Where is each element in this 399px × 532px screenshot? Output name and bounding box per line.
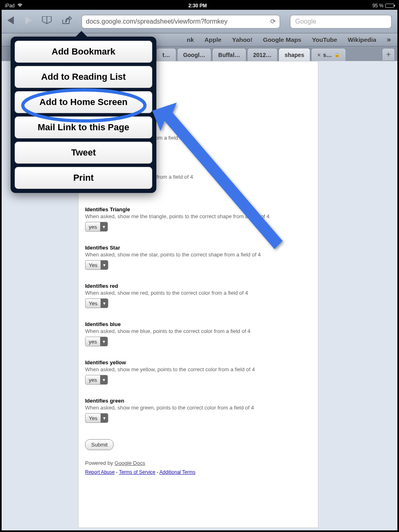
- tweet-button[interactable]: Tweet: [15, 142, 152, 164]
- field-label: Identifies yellow: [85, 359, 311, 366]
- share-popover: Add Bookmark Add to Reading List Add to …: [11, 37, 156, 193]
- add-home-screen-button[interactable]: Add to Home Screen: [15, 91, 152, 113]
- bookmark-item[interactable]: YouTube: [312, 36, 337, 43]
- url-bar[interactable]: docs.google.com/spreadsheet/viewform?for…: [81, 15, 280, 28]
- lock-icon: 🔒: [334, 52, 340, 57]
- mail-link-button[interactable]: Mail Link to this Page: [15, 116, 152, 138]
- select-value: yes: [86, 339, 100, 345]
- new-tab-button[interactable]: +: [382, 48, 395, 61]
- additional-terms-link[interactable]: Additional Terms: [160, 469, 196, 475]
- select-value: yes: [86, 224, 100, 230]
- field-desc: When asked, show me the star, points to …: [85, 252, 311, 258]
- status-bar: iPad 2:30 PM 95 %: [2, 2, 397, 10]
- print-button[interactable]: Print: [15, 167, 152, 189]
- select-field[interactable]: yes▼: [85, 337, 108, 346]
- search-placeholder: Google: [295, 18, 316, 25]
- tos-link[interactable]: Terms of Service: [119, 469, 155, 475]
- submit-button[interactable]: Submit: [85, 439, 114, 450]
- chevron-down-icon: ▼: [101, 414, 108, 423]
- field-label: Identifies red: [85, 283, 311, 289]
- google-docs-link[interactable]: Google Docs: [114, 460, 145, 466]
- tab[interactable]: t…: [156, 48, 176, 61]
- bookmark-more-icon[interactable]: »: [387, 35, 391, 44]
- tab[interactable]: × s… 🔒: [311, 48, 346, 61]
- chevron-down-icon: ▼: [100, 222, 107, 231]
- bookmark-item[interactable]: Yahoo!: [232, 36, 252, 43]
- powered-by: Powered by Google Docs: [85, 460, 311, 466]
- select-field[interactable]: Yes▼: [85, 298, 108, 308]
- battery-percent: 95 %: [373, 3, 384, 9]
- select-value: yes: [86, 377, 100, 383]
- back-button[interactable]: [7, 16, 15, 27]
- select-field[interactable]: Yes▼: [85, 413, 108, 423]
- bookmark-item[interactable]: Google Maps: [263, 36, 301, 43]
- forward-button[interactable]: [24, 16, 32, 27]
- field-label: Identifies green: [85, 398, 311, 404]
- select-value: Yes: [86, 262, 101, 268]
- add-reading-list-button[interactable]: Add to Reading List: [15, 66, 152, 88]
- field-label: Identifies Star: [85, 245, 311, 251]
- close-tab-icon[interactable]: ×: [317, 52, 320, 58]
- select-value: Yes: [86, 415, 101, 421]
- select-field[interactable]: Yes▼: [85, 260, 108, 270]
- browser-toolbar: docs.google.com/spreadsheet/viewform?for…: [2, 10, 397, 33]
- tab[interactable]: Googl…: [177, 48, 211, 61]
- reload-icon[interactable]: ⟳: [270, 18, 276, 25]
- legal-links: Report Abuse - Terms of Service - Additi…: [85, 469, 311, 475]
- field-desc: When asked, show me green, points to the…: [85, 405, 311, 411]
- clock: 2:30 PM: [23, 3, 373, 9]
- device-label: iPad: [5, 3, 15, 9]
- chevron-down-icon: ▼: [101, 261, 108, 269]
- report-abuse-link[interactable]: Report Abuse: [85, 469, 115, 475]
- tab[interactable]: Buffal…: [212, 48, 246, 61]
- select-field[interactable]: yes▼: [85, 222, 108, 232]
- field-label: Identifies Triangle: [85, 206, 311, 212]
- field-label: Identifies blue: [85, 321, 311, 327]
- select-value: Yes: [86, 300, 101, 307]
- search-bar[interactable]: Google: [290, 15, 392, 28]
- url-text: docs.google.com/spreadsheet/viewform?for…: [86, 18, 228, 25]
- wifi-icon: [17, 3, 23, 9]
- tab-active[interactable]: shapes: [278, 48, 310, 61]
- bookmark-item[interactable]: nk: [187, 36, 194, 43]
- bookmark-item[interactable]: Apple: [204, 36, 221, 43]
- share-icon[interactable]: [62, 16, 72, 27]
- field-desc: When asked, show me blue, points to the …: [85, 328, 311, 334]
- bookmark-item[interactable]: Wikipedia: [348, 36, 376, 43]
- bookmarks-icon[interactable]: [42, 16, 52, 27]
- field-desc: When asked, show me red, points to the c…: [85, 290, 311, 296]
- add-bookmark-button[interactable]: Add Bookmark: [15, 41, 152, 63]
- tab[interactable]: 2012…: [247, 48, 278, 61]
- field-desc: When asked, show me yellow, points to th…: [85, 366, 311, 372]
- chevron-down-icon: ▼: [100, 337, 107, 346]
- field-desc: When asked, show me the triangle, points…: [85, 213, 311, 219]
- battery-icon: [385, 4, 394, 8]
- chevron-down-icon: ▼: [101, 299, 108, 308]
- chevron-down-icon: ▼: [100, 375, 107, 384]
- select-field[interactable]: yes▼: [85, 375, 108, 385]
